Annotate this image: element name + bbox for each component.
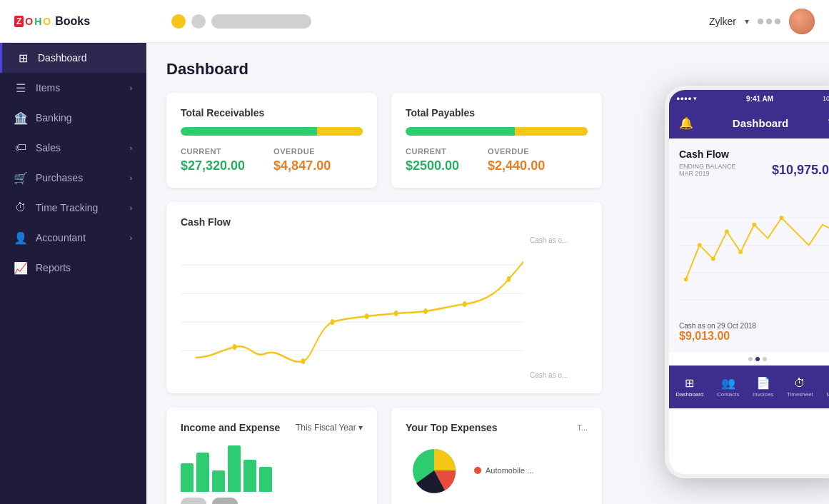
- receivables-title: Total Receivables: [181, 107, 363, 119]
- footer-timesheet-label: Timesheet: [787, 391, 813, 398]
- mobile-bell-icon[interactable]: 🔔: [679, 116, 693, 130]
- receivables-current: CURRENT $27,320.00: [181, 147, 245, 173]
- sales-icon: 🏷: [14, 141, 27, 154]
- accountant-chevron-icon: ›: [130, 234, 132, 242]
- app-name: Books: [55, 15, 90, 28]
- purchases-icon: 🛒: [14, 171, 27, 184]
- sidebar-item-banking[interactable]: 🏦 Banking: [0, 103, 146, 133]
- pie-legend: Automobile ...: [474, 466, 533, 475]
- svg-point-18: [698, 243, 702, 248]
- bottom-cards: Income and Expense This Fiscal Year ▾: [166, 408, 602, 504]
- mobile-footer-contacts[interactable]: 👥 Contacts: [717, 376, 740, 398]
- zoho-o1: O: [25, 16, 33, 27]
- sidebar-label-dashboard: Dashboard: [38, 52, 87, 64]
- toggle-2[interactable]: [212, 498, 238, 504]
- payables-overdue-label: OVERDUE: [488, 147, 545, 156]
- sidebar-label-purchases: Purchases: [36, 172, 83, 183]
- mobile-balance-section: ENDING BALANCE Mar 2019 $10,975.00: [679, 163, 829, 183]
- dot-2: [755, 357, 760, 361]
- sidebar-item-purchases[interactable]: 🛒 Purchases ›: [0, 163, 146, 193]
- svg-point-10: [463, 301, 466, 307]
- topbar-search-bar[interactable]: [211, 14, 311, 29]
- toggle-1[interactable]: [181, 498, 206, 504]
- mobile-footer-invoices[interactable]: 📄 Invoices: [753, 376, 773, 398]
- mobile-signal: ●●●● ▾: [676, 95, 697, 102]
- topbar-dot-yellow: [171, 14, 186, 29]
- svg-point-4: [233, 344, 236, 350]
- mobile-ending-balance: ENDING BALANCE Mar 2019: [679, 163, 736, 177]
- sidebar-item-accountant[interactable]: 👤 Accountant ›: [0, 223, 146, 253]
- cashflow-svg: [181, 236, 523, 379]
- pie-chart: [406, 442, 463, 499]
- zoho-h: H: [34, 16, 41, 27]
- total-receivables-card: Total Receivables CURRENT $27,320.00 OVE…: [166, 93, 377, 188]
- payables-current-value: $2500.00: [406, 158, 459, 173]
- svg-point-20: [725, 229, 729, 233]
- total-payables-card: Total Payables CURRENT $2500.00 OVERDUE …: [391, 93, 602, 188]
- sidebar-item-sales[interactable]: 🏷 Sales ›: [0, 133, 146, 163]
- svg-point-17: [684, 277, 688, 281]
- income-expense-filter[interactable]: This Fiscal Year ▾: [296, 423, 363, 433]
- mobile-balance-label: ENDING BALANCE Mar 2019: [679, 163, 736, 177]
- sidebar-item-time-tracking[interactable]: ⏱ Time Tracking ›: [0, 193, 146, 223]
- receivables-yellow-bar: [317, 127, 363, 136]
- user-dropdown-arrow[interactable]: ▾: [745, 16, 749, 26]
- svg-point-23: [780, 216, 784, 220]
- legend-item: Automobile ...: [474, 466, 533, 475]
- cashflow-chart: Cash as o... Cash as o...: [181, 236, 588, 379]
- mobile-status-bar: ●●●● ▾ 9:41 AM 100%: [669, 90, 829, 107]
- svg-point-19: [711, 257, 715, 261]
- topbar-dot-gray: [191, 14, 206, 29]
- cashflow-card: Cash Flow: [166, 202, 602, 393]
- payables-progress: [406, 127, 588, 136]
- dashboard-icon: ⊞: [16, 51, 29, 64]
- footer-contacts-label: Contacts: [717, 391, 740, 398]
- banking-icon: 🏦: [14, 111, 27, 124]
- mobile-chart-area: [679, 188, 829, 316]
- footer-invoices-icon: 📄: [756, 376, 770, 390]
- receivables-current-value: $27,320.00: [181, 158, 245, 173]
- sidebar-label-sales: Sales: [36, 142, 61, 153]
- mobile-cash-amount: $9,013.00: [679, 330, 829, 343]
- mobile-footer-more[interactable]: ··· More: [826, 377, 829, 398]
- sidebar-item-reports[interactable]: 📈 Reports: [0, 253, 146, 283]
- cashflow-title: Cash Flow: [181, 216, 588, 228]
- mobile-footer-timesheet[interactable]: ⏱ Timesheet: [787, 377, 813, 398]
- zoho-o2: O: [43, 16, 51, 27]
- reports-icon: 📈: [14, 261, 27, 274]
- svg-point-6: [331, 319, 334, 325]
- sidebar-label-time-tracking: Time Tracking: [36, 202, 98, 213]
- mobile-footer-dashboard[interactable]: ⊞ Dashboard: [675, 376, 703, 398]
- svg-point-22: [752, 223, 756, 227]
- bar5: [243, 460, 256, 492]
- bar1: [181, 463, 194, 492]
- sidebar-item-dashboard[interactable]: ⊞ Dashboard: [0, 43, 146, 73]
- items-chevron-icon: ›: [130, 84, 132, 92]
- receivables-overdue-label: OVERDUE: [273, 147, 331, 156]
- dot-3: [763, 357, 767, 361]
- sidebar-item-items[interactable]: ☰ Items ›: [0, 73, 146, 103]
- svg-point-9: [423, 308, 427, 314]
- svg-point-21: [738, 250, 743, 254]
- receivables-progress: [181, 127, 363, 136]
- payables-current-label: CURRENT: [406, 147, 459, 156]
- footer-timesheet-icon: ⏱: [794, 377, 805, 390]
- svg-point-8: [394, 311, 398, 316]
- topbar-right: Zylker ▾: [709, 9, 815, 34]
- payables-title: Total Payables: [406, 107, 588, 119]
- page-title: Dashboard: [166, 60, 809, 79]
- mobile-cash-date: Cash as on 29 Oct 2018: [679, 322, 829, 330]
- avatar[interactable]: [789, 9, 815, 34]
- chart-y-labels: Cash as o... Cash as o...: [527, 236, 588, 379]
- main-content: Dashboard Total Receivables CURRENT $27,…: [146, 43, 829, 504]
- footer-dashboard-label: Dashboard: [675, 391, 703, 398]
- time-tracking-chevron-icon: ›: [130, 204, 132, 212]
- income-expense-header: Income and Expense This Fiscal Year ▾: [181, 422, 363, 433]
- payables-amounts: CURRENT $2500.00 OVERDUE $2,440.00: [406, 147, 588, 173]
- mobile-body: Cash Flow ENDING BALANCE Mar 2019 $10,97…: [669, 138, 829, 353]
- chart-toggles: [181, 498, 363, 504]
- dot1: [758, 19, 763, 24]
- mobile-cashflow-title: Cash Flow: [679, 148, 829, 160]
- topbar-action-dots[interactable]: [758, 19, 780, 24]
- svg-point-7: [365, 313, 368, 319]
